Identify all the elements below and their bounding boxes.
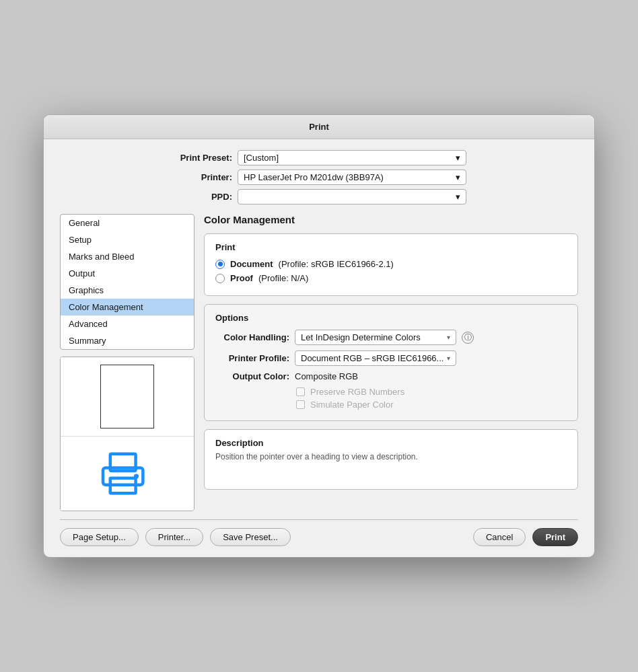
print-dialog: Print Print Preset: [Custom] ▾ Printer: … bbox=[43, 114, 595, 558]
document-label: Document bbox=[230, 259, 273, 269]
color-handling-chevron-icon: ▾ bbox=[447, 334, 450, 341]
output-color-label: Output Color: bbox=[215, 371, 289, 381]
document-profile: (Profile: sRGB IEC61966-2.1) bbox=[279, 259, 394, 269]
ppd-chevron-icon: ▾ bbox=[456, 192, 460, 202]
color-handling-row: Color Handling: Let InDesign Determine C… bbox=[215, 330, 567, 345]
proof-profile: (Profile: N/A) bbox=[258, 273, 308, 283]
preview-box bbox=[60, 357, 194, 511]
content-title: Color Management bbox=[204, 214, 578, 225]
preserve-rgb-label: Preserve RGB Numbers bbox=[310, 387, 404, 397]
cancel-button[interactable]: Cancel bbox=[473, 528, 526, 546]
options-section: Options Color Handling: Let InDesign Det… bbox=[204, 304, 578, 421]
document-radio-row: Document (Profile: sRGB IEC61966-2.1) bbox=[215, 259, 567, 269]
color-handling-value: Let InDesign Determine Colors bbox=[301, 332, 421, 342]
title-text: Print bbox=[309, 122, 329, 132]
sidebar-item-advanced[interactable]: Advanced bbox=[61, 315, 194, 332]
sidebar-item-output[interactable]: Output bbox=[61, 265, 194, 282]
sidebar-item-summary[interactable]: Summary bbox=[61, 332, 194, 349]
preserve-rgb-row: Preserve RGB Numbers bbox=[296, 387, 567, 397]
info-icon[interactable]: ⓘ bbox=[462, 332, 474, 344]
main-content: General Setup Marks and Bleed Output Gra… bbox=[60, 214, 578, 511]
preset-row: Print Preset: [Custom] ▾ bbox=[172, 150, 466, 165]
printer-row: Printer: HP LaserJet Pro M201dw (3BB97A)… bbox=[172, 170, 466, 185]
panel-title-text: Color Management bbox=[204, 214, 295, 225]
printer-label: Printer: bbox=[172, 172, 232, 182]
ppd-select[interactable]: ▾ bbox=[238, 189, 466, 204]
simulate-paper-row: Simulate Paper Color bbox=[296, 400, 567, 410]
output-color-row: Output Color: Composite RGB bbox=[215, 371, 567, 381]
print-section: Print Document (Profile: sRGB IEC61966-2… bbox=[204, 233, 578, 296]
preset-select[interactable]: [Custom] ▾ bbox=[238, 150, 466, 165]
proof-radio[interactable] bbox=[215, 274, 225, 283]
output-color-value: Composite RGB bbox=[295, 371, 358, 381]
top-fields: Print Preset: [Custom] ▾ Printer: HP Las… bbox=[60, 150, 578, 204]
printer-profile-select[interactable]: Document RGB – sRGB IEC61966... ▾ bbox=[295, 350, 456, 366]
preset-label: Print Preset: bbox=[172, 153, 232, 163]
svg-point-3 bbox=[134, 474, 139, 478]
printer-profile-chevron-icon: ▾ bbox=[447, 354, 450, 362]
description-section: Description Position the pointer over a … bbox=[204, 429, 578, 490]
left-panel: General Setup Marks and Bleed Output Gra… bbox=[60, 214, 194, 511]
proof-radio-row: Proof (Profile: N/A) bbox=[215, 273, 567, 283]
print-button[interactable]: Print bbox=[532, 528, 578, 546]
printer-select[interactable]: HP LaserJet Pro M201dw (3BB97A) ▾ bbox=[238, 170, 466, 185]
simulate-paper-checkbox[interactable] bbox=[296, 400, 305, 409]
options-subtitle: Options bbox=[215, 313, 567, 323]
footer-right: Cancel Print bbox=[473, 528, 578, 546]
nav-list: General Setup Marks and Bleed Output Gra… bbox=[60, 214, 194, 350]
print-subtitle: Print bbox=[215, 242, 567, 252]
save-preset-button[interactable]: Save Preset... bbox=[210, 528, 291, 546]
sidebar-item-color-management[interactable]: Color Management bbox=[61, 299, 194, 315]
sidebar-item-general[interactable]: General bbox=[61, 215, 194, 231]
ppd-label: PPD: bbox=[172, 192, 232, 202]
right-panel: Color Management Print Document (Profile… bbox=[204, 214, 578, 511]
dialog-title: Print bbox=[44, 115, 594, 139]
preview-icon-area bbox=[61, 437, 194, 511]
description-title: Description bbox=[215, 438, 567, 448]
dialog-body: Print Preset: [Custom] ▾ Printer: HP Las… bbox=[44, 139, 594, 519]
footer: Page Setup... Printer... Save Preset... … bbox=[44, 520, 594, 557]
description-text: Position the pointer over a heading to v… bbox=[215, 452, 567, 461]
preview-page bbox=[61, 357, 194, 437]
printer-icon bbox=[97, 450, 157, 497]
sidebar-item-marks-bleed[interactable]: Marks and Bleed bbox=[61, 248, 194, 265]
preserve-rgb-checkbox[interactable] bbox=[296, 387, 305, 396]
printer-profile-value: Document RGB – sRGB IEC61966... bbox=[301, 353, 444, 363]
preset-value: [Custom] bbox=[244, 153, 279, 163]
simulate-paper-label: Simulate Paper Color bbox=[310, 400, 394, 410]
printer-profile-label: Printer Profile: bbox=[215, 353, 289, 363]
color-handling-label: Color Handling: bbox=[215, 332, 289, 342]
sidebar-item-graphics[interactable]: Graphics bbox=[61, 282, 194, 299]
printer-profile-row: Printer Profile: Document RGB – sRGB IEC… bbox=[215, 350, 567, 366]
printer-button[interactable]: Printer... bbox=[145, 528, 203, 546]
proof-label: Proof bbox=[230, 273, 253, 283]
page-setup-button[interactable]: Page Setup... bbox=[60, 528, 139, 546]
printer-value: HP LaserJet Pro M201dw (3BB97A) bbox=[244, 172, 384, 182]
printer-chevron-icon: ▾ bbox=[456, 172, 460, 182]
footer-left: Page Setup... Printer... Save Preset... bbox=[60, 528, 291, 546]
preview-page-inner bbox=[100, 365, 154, 428]
ppd-row: PPD: ▾ bbox=[172, 189, 466, 204]
color-handling-select[interactable]: Let InDesign Determine Colors ▾ bbox=[295, 330, 456, 345]
document-radio[interactable] bbox=[215, 260, 225, 269]
sidebar-item-setup[interactable]: Setup bbox=[61, 231, 194, 248]
preset-chevron-icon: ▾ bbox=[456, 153, 460, 163]
